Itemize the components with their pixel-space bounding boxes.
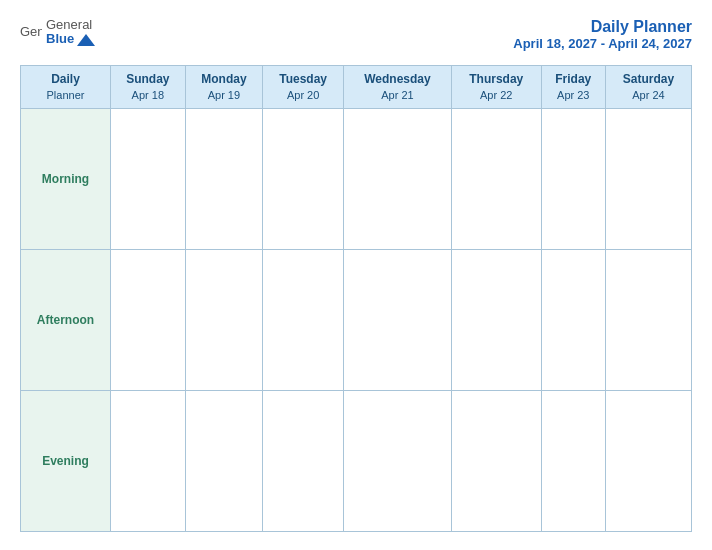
column-header-wednesday: Wednesday Apr 21	[344, 66, 452, 109]
afternoon-saturday[interactable]	[605, 249, 691, 390]
afternoon-wednesday[interactable]	[344, 249, 452, 390]
logo-icon: General	[20, 23, 42, 41]
monday-date: Apr 19	[190, 88, 259, 102]
evening-friday[interactable]	[541, 390, 605, 531]
afternoon-monday[interactable]	[185, 249, 263, 390]
afternoon-sunday[interactable]	[111, 249, 186, 390]
morning-saturday[interactable]	[605, 108, 691, 249]
column-header-saturday: Saturday Apr 24	[605, 66, 691, 109]
calendar-header-row: Daily Planner Sunday Apr 18 Monday Apr 1…	[21, 66, 692, 109]
saturday-name: Saturday	[610, 72, 687, 88]
wednesday-name: Wednesday	[348, 72, 447, 88]
thursday-name: Thursday	[456, 72, 537, 88]
afternoon-thursday[interactable]	[451, 249, 541, 390]
header-daily: Daily	[25, 72, 106, 88]
page-header: General General Blue Daily Planner April…	[20, 18, 692, 51]
morning-monday[interactable]	[185, 108, 263, 249]
tuesday-name: Tuesday	[267, 72, 339, 88]
monday-name: Monday	[190, 72, 259, 88]
saturday-date: Apr 24	[610, 88, 687, 102]
evening-label: Evening	[21, 390, 111, 531]
morning-tuesday[interactable]	[263, 108, 344, 249]
evening-thursday[interactable]	[451, 390, 541, 531]
calendar-table: Daily Planner Sunday Apr 18 Monday Apr 1…	[20, 65, 692, 532]
evening-tuesday[interactable]	[263, 390, 344, 531]
morning-sunday[interactable]	[111, 108, 186, 249]
sunday-date: Apr 18	[115, 88, 181, 102]
logo: General General Blue	[20, 18, 95, 47]
morning-thursday[interactable]	[451, 108, 541, 249]
logo-blue: Blue	[46, 32, 95, 46]
evening-monday[interactable]	[185, 390, 263, 531]
row-morning: Morning	[21, 108, 692, 249]
logo-general: General	[46, 18, 95, 32]
logo-bird-icon	[77, 32, 95, 46]
svg-marker-1	[77, 34, 95, 46]
column-header-label: Daily Planner	[21, 66, 111, 109]
header-planner: Planner	[25, 88, 106, 102]
svg-text:General: General	[20, 24, 42, 39]
title-area: Daily Planner April 18, 2027 - April 24,…	[513, 18, 692, 51]
page-title: Daily Planner	[513, 18, 692, 36]
morning-label: Morning	[21, 108, 111, 249]
morning-wednesday[interactable]	[344, 108, 452, 249]
tuesday-date: Apr 20	[267, 88, 339, 102]
row-afternoon: Afternoon	[21, 249, 692, 390]
sunday-name: Sunday	[115, 72, 181, 88]
wednesday-date: Apr 21	[348, 88, 447, 102]
friday-date: Apr 23	[546, 88, 601, 102]
date-range: April 18, 2027 - April 24, 2027	[513, 36, 692, 51]
evening-saturday[interactable]	[605, 390, 691, 531]
morning-friday[interactable]	[541, 108, 605, 249]
column-header-tuesday: Tuesday Apr 20	[263, 66, 344, 109]
column-header-friday: Friday Apr 23	[541, 66, 605, 109]
column-header-monday: Monday Apr 19	[185, 66, 263, 109]
afternoon-friday[interactable]	[541, 249, 605, 390]
thursday-date: Apr 22	[456, 88, 537, 102]
column-header-sunday: Sunday Apr 18	[111, 66, 186, 109]
afternoon-label: Afternoon	[21, 249, 111, 390]
friday-name: Friday	[546, 72, 601, 88]
evening-sunday[interactable]	[111, 390, 186, 531]
afternoon-tuesday[interactable]	[263, 249, 344, 390]
evening-wednesday[interactable]	[344, 390, 452, 531]
row-evening: Evening	[21, 390, 692, 531]
column-header-thursday: Thursday Apr 22	[451, 66, 541, 109]
